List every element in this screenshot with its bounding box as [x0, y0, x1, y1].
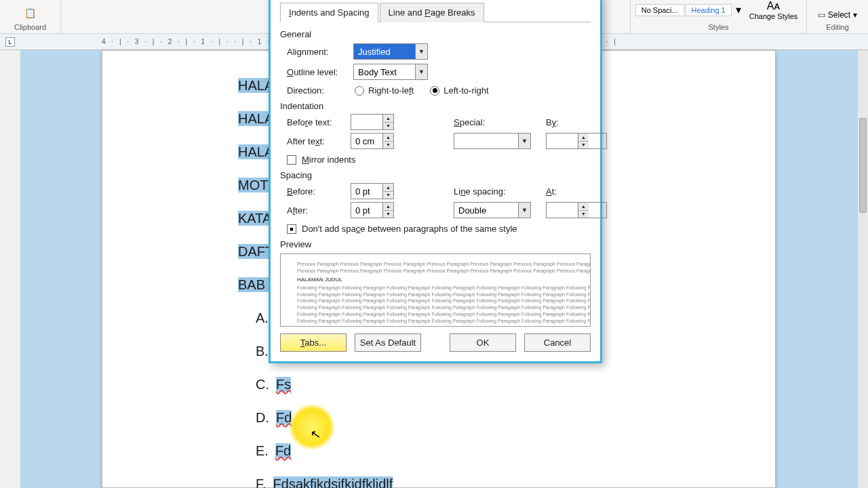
chevron-down-icon[interactable]: ▼	[415, 44, 427, 59]
after-text-label: After text:	[287, 136, 345, 146]
alignment-label: Alignment:	[287, 47, 348, 57]
spin-down-icon[interactable]: ▼	[578, 142, 589, 149]
after-label: After:	[287, 205, 345, 216]
spin-down-icon[interactable]: ▼	[578, 211, 589, 218]
preview-box: Previous Paragraph Previous Paragraph Pr…	[280, 253, 591, 327]
alignment-combo[interactable]: ▼	[353, 43, 428, 60]
spin-up-icon[interactable]: ▲	[383, 184, 393, 192]
paste-button[interactable]: 📋	[22, 6, 39, 20]
preview-title: Preview	[280, 239, 591, 249]
list-marker: B.	[256, 344, 269, 359]
special-combo[interactable]: ▼	[454, 133, 531, 149]
spacing-title: Spacing	[280, 170, 591, 180]
list-marker: A.	[256, 310, 269, 325]
before-spinner[interactable]: ▲▼	[351, 183, 394, 199]
spin-up-icon[interactable]: ▲	[383, 115, 393, 123]
change-styles-button[interactable]: AᴀChange Styles	[745, 0, 802, 21]
outline-value[interactable]	[354, 64, 415, 79]
general-title: General	[280, 29, 591, 39]
spin-up-icon[interactable]: ▲	[383, 134, 393, 142]
spin-up-icon[interactable]: ▲	[578, 134, 589, 142]
list-text: Fdsakfjkdsjfkjdfkljdlf	[273, 476, 393, 488]
styles-more-button[interactable]: ▾	[733, 2, 744, 18]
line-spacing-label: Line spacing:	[454, 186, 542, 197]
tab-indents-spacing[interactable]: IIndents and Spacingndents and Spacing	[280, 3, 378, 22]
after-text-spinner[interactable]: ▲▼	[351, 133, 394, 149]
list-text: Fd	[276, 410, 292, 425]
outline-label: Outline level:	[287, 67, 348, 77]
before-text-label: Before text:	[287, 117, 345, 127]
tab-line-page-breaks[interactable]: Line and Page Breaks	[380, 3, 484, 22]
spin-down-icon[interactable]: ▼	[383, 211, 393, 218]
scrollbar-thumb[interactable]	[859, 118, 867, 213]
before-label: Before:	[287, 186, 345, 197]
set-default-button[interactable]: Set As Default	[355, 333, 421, 352]
after-spinner[interactable]: ▲▼	[351, 202, 394, 218]
dont-add-space-checkbox[interactable]: Don't add space between paragraphs of th…	[280, 224, 591, 234]
dialog-tabs: IIndents and Spacingndents and Spacing L…	[280, 2, 591, 22]
outline-combo[interactable]: ▼	[353, 64, 428, 80]
at-label: At:	[546, 186, 607, 197]
spin-down-icon[interactable]: ▼	[383, 192, 393, 199]
mirror-indents-checkbox[interactable]: Mirror indents	[280, 155, 591, 165]
list-text: Fs	[276, 377, 291, 392]
list-marker: E.	[256, 443, 269, 458]
spin-down-icon[interactable]: ▼	[383, 142, 393, 149]
indentation-title: Indentation	[280, 101, 591, 111]
style-heading1[interactable]: Heading 1	[686, 4, 732, 16]
list-marker: C.	[256, 377, 269, 392]
doc-text: BAB I	[238, 277, 273, 292]
editing-label: Editing	[826, 21, 849, 33]
ok-button[interactable]: OK	[450, 333, 516, 352]
chevron-down-icon[interactable]: ▼	[415, 64, 427, 79]
spin-up-icon[interactable]: ▲	[578, 203, 589, 211]
list-marker: F.	[256, 476, 267, 488]
paragraph-dialog: IIndents and Spacingndents and Spacing L…	[269, 0, 602, 363]
at-spinner[interactable]: ▲▼	[546, 202, 607, 218]
select-button[interactable]: ▭ Select ▾	[814, 9, 861, 21]
style-no-spacing[interactable]: No Spaci...	[635, 4, 684, 16]
alignment-value[interactable]	[354, 44, 415, 59]
styles-label: Styles	[709, 21, 729, 33]
clipboard-label: Clipboard	[14, 21, 46, 33]
tab-selector[interactable]: L	[5, 37, 15, 47]
vertical-scrollbar[interactable]	[857, 50, 868, 488]
spin-down-icon[interactable]: ▼	[383, 123, 393, 130]
tabs-button[interactable]: Tabs...	[280, 333, 347, 352]
list-marker: D.	[256, 410, 269, 425]
before-text-spinner[interactable]: ▲▼	[351, 114, 394, 130]
ltr-radio[interactable]: Left-to-right	[430, 85, 488, 96]
by-label: By:	[546, 117, 607, 127]
cancel-button[interactable]: Cancel	[524, 333, 591, 352]
direction-label: Direction:	[287, 85, 338, 96]
special-label: Special:	[454, 117, 542, 127]
rtl-radio[interactable]: Right-to-left	[355, 85, 414, 96]
chevron-down-icon[interactable]: ▼	[518, 203, 530, 218]
spin-up-icon[interactable]: ▲	[383, 203, 393, 211]
chevron-down-icon[interactable]: ▼	[518, 134, 530, 148]
by-spinner[interactable]: ▲▼	[546, 133, 607, 149]
doc-text: KATA	[238, 211, 271, 226]
list-text: Fd	[275, 443, 291, 458]
line-spacing-combo[interactable]: ▼	[454, 202, 531, 218]
